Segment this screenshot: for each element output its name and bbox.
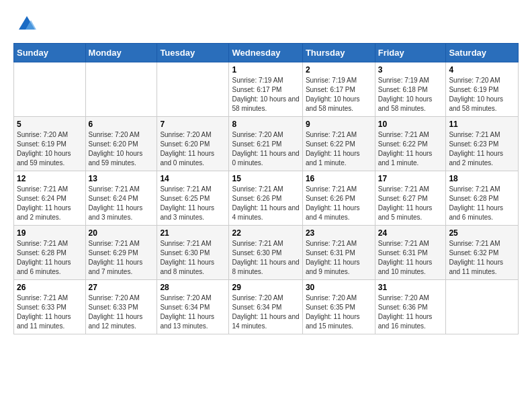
calendar-table: SundayMondayTuesdayWednesdayThursdayFrid… xyxy=(13,43,519,334)
day-cell: 23Sunrise: 7:21 AM Sunset: 6:31 PM Dayli… xyxy=(302,226,375,280)
day-info: Sunrise: 7:21 AM Sunset: 6:31 PM Dayligh… xyxy=(306,239,372,277)
day-cell: 26Sunrise: 7:21 AM Sunset: 6:33 PM Dayli… xyxy=(14,280,86,334)
day-cell: 19Sunrise: 7:21 AM Sunset: 6:28 PM Dayli… xyxy=(14,226,86,280)
day-cell xyxy=(85,62,157,117)
day-number: 10 xyxy=(378,120,443,129)
week-row-5: 26Sunrise: 7:21 AM Sunset: 6:33 PM Dayli… xyxy=(14,280,519,334)
day-number: 6 xyxy=(89,120,154,129)
day-info: Sunrise: 7:21 AM Sunset: 6:25 PM Dayligh… xyxy=(160,185,226,222)
day-info: Sunrise: 7:21 AM Sunset: 6:26 PM Dayligh… xyxy=(306,185,372,222)
header-sunday: Sunday xyxy=(14,44,86,62)
day-number: 18 xyxy=(449,174,515,183)
day-number: 23 xyxy=(306,228,372,238)
day-cell: 15Sunrise: 7:21 AM Sunset: 6:26 PM Dayli… xyxy=(229,171,302,226)
day-cell xyxy=(14,62,86,117)
day-info: Sunrise: 7:19 AM Sunset: 6:17 PM Dayligh… xyxy=(232,76,299,113)
day-cell: 29Sunrise: 7:20 AM Sunset: 6:34 PM Dayli… xyxy=(229,280,302,334)
day-number: 12 xyxy=(17,174,83,183)
day-number: 30 xyxy=(306,283,372,292)
day-number: 28 xyxy=(160,283,226,292)
logo-icon xyxy=(17,15,36,36)
day-cell: 21Sunrise: 7:21 AM Sunset: 6:30 PM Dayli… xyxy=(157,226,229,280)
day-info: Sunrise: 7:21 AM Sunset: 6:32 PM Dayligh… xyxy=(449,239,515,277)
day-number: 21 xyxy=(160,228,226,238)
logo xyxy=(13,13,36,36)
day-number: 29 xyxy=(232,283,299,292)
day-info: Sunrise: 7:21 AM Sunset: 6:22 PM Dayligh… xyxy=(378,130,443,168)
day-number: 26 xyxy=(17,283,83,292)
day-number: 27 xyxy=(89,283,154,292)
header-monday: Monday xyxy=(85,44,157,62)
day-number: 1 xyxy=(232,65,299,75)
week-row-2: 5Sunrise: 7:20 AM Sunset: 6:19 PM Daylig… xyxy=(14,117,519,171)
header-friday: Friday xyxy=(375,44,446,62)
day-cell: 13Sunrise: 7:21 AM Sunset: 6:24 PM Dayli… xyxy=(85,171,157,226)
day-number: 16 xyxy=(306,174,372,183)
week-row-3: 12Sunrise: 7:21 AM Sunset: 6:24 PM Dayli… xyxy=(14,171,519,226)
day-number: 11 xyxy=(449,120,515,129)
day-info: Sunrise: 7:19 AM Sunset: 6:17 PM Dayligh… xyxy=(306,76,372,113)
week-row-4: 19Sunrise: 7:21 AM Sunset: 6:28 PM Dayli… xyxy=(14,226,519,280)
day-cell xyxy=(446,280,519,334)
day-cell: 10Sunrise: 7:21 AM Sunset: 6:22 PM Dayli… xyxy=(375,117,446,171)
header-tuesday: Tuesday xyxy=(157,44,229,62)
day-number: 20 xyxy=(89,228,154,238)
day-cell: 16Sunrise: 7:21 AM Sunset: 6:26 PM Dayli… xyxy=(302,171,375,226)
day-info: Sunrise: 7:20 AM Sunset: 6:35 PM Dayligh… xyxy=(306,293,372,331)
day-cell: 28Sunrise: 7:20 AM Sunset: 6:34 PM Dayli… xyxy=(157,280,229,334)
day-cell xyxy=(157,62,229,117)
day-cell: 1Sunrise: 7:19 AM Sunset: 6:17 PM Daylig… xyxy=(229,62,302,117)
day-cell: 9Sunrise: 7:21 AM Sunset: 6:22 PM Daylig… xyxy=(302,117,375,171)
day-cell: 31Sunrise: 7:20 AM Sunset: 6:36 PM Dayli… xyxy=(375,280,446,334)
day-cell: 2Sunrise: 7:19 AM Sunset: 6:17 PM Daylig… xyxy=(302,62,375,117)
day-number: 2 xyxy=(306,65,372,75)
day-number: 13 xyxy=(89,174,154,183)
day-cell: 17Sunrise: 7:21 AM Sunset: 6:27 PM Dayli… xyxy=(375,171,446,226)
day-info: Sunrise: 7:21 AM Sunset: 6:26 PM Dayligh… xyxy=(232,185,299,222)
day-info: Sunrise: 7:20 AM Sunset: 6:21 PM Dayligh… xyxy=(232,130,299,168)
day-cell: 5Sunrise: 7:20 AM Sunset: 6:19 PM Daylig… xyxy=(14,117,86,171)
day-cell: 14Sunrise: 7:21 AM Sunset: 6:25 PM Dayli… xyxy=(157,171,229,226)
day-info: Sunrise: 7:20 AM Sunset: 6:19 PM Dayligh… xyxy=(17,130,83,168)
day-number: 25 xyxy=(449,228,515,238)
header-thursday: Thursday xyxy=(302,44,375,62)
day-info: Sunrise: 7:20 AM Sunset: 6:34 PM Dayligh… xyxy=(160,293,226,331)
day-number: 9 xyxy=(306,120,372,129)
day-cell: 8Sunrise: 7:20 AM Sunset: 6:21 PM Daylig… xyxy=(229,117,302,171)
day-cell: 22Sunrise: 7:21 AM Sunset: 6:30 PM Dayli… xyxy=(229,226,302,280)
day-number: 8 xyxy=(232,120,299,129)
header-saturday: Saturday xyxy=(446,44,519,62)
day-info: Sunrise: 7:20 AM Sunset: 6:20 PM Dayligh… xyxy=(160,130,226,168)
day-number: 3 xyxy=(378,65,443,75)
day-info: Sunrise: 7:21 AM Sunset: 6:22 PM Dayligh… xyxy=(306,130,372,168)
week-row-1: 1Sunrise: 7:19 AM Sunset: 6:17 PM Daylig… xyxy=(14,62,519,117)
day-info: Sunrise: 7:21 AM Sunset: 6:27 PM Dayligh… xyxy=(378,185,443,222)
day-number: 7 xyxy=(160,120,226,129)
day-info: Sunrise: 7:21 AM Sunset: 6:24 PM Dayligh… xyxy=(89,185,154,222)
day-info: Sunrise: 7:21 AM Sunset: 6:29 PM Dayligh… xyxy=(89,239,154,277)
day-cell: 30Sunrise: 7:20 AM Sunset: 6:35 PM Dayli… xyxy=(302,280,375,334)
day-cell: 20Sunrise: 7:21 AM Sunset: 6:29 PM Dayli… xyxy=(85,226,157,280)
day-cell: 18Sunrise: 7:21 AM Sunset: 6:28 PM Dayli… xyxy=(446,171,519,226)
day-cell: 3Sunrise: 7:19 AM Sunset: 6:18 PM Daylig… xyxy=(375,62,446,117)
day-number: 24 xyxy=(378,228,443,238)
day-number: 15 xyxy=(232,174,299,183)
day-info: Sunrise: 7:21 AM Sunset: 6:31 PM Dayligh… xyxy=(378,239,443,277)
day-info: Sunrise: 7:20 AM Sunset: 6:19 PM Dayligh… xyxy=(449,76,515,113)
day-cell: 25Sunrise: 7:21 AM Sunset: 6:32 PM Dayli… xyxy=(446,226,519,280)
day-number: 5 xyxy=(17,120,83,129)
day-number: 22 xyxy=(232,228,299,238)
day-info: Sunrise: 7:21 AM Sunset: 6:24 PM Dayligh… xyxy=(17,185,83,222)
day-cell: 6Sunrise: 7:20 AM Sunset: 6:20 PM Daylig… xyxy=(85,117,157,171)
day-info: Sunrise: 7:21 AM Sunset: 6:28 PM Dayligh… xyxy=(449,185,515,222)
day-info: Sunrise: 7:21 AM Sunset: 6:30 PM Dayligh… xyxy=(160,239,226,277)
calendar-header-row: SundayMondayTuesdayWednesdayThursdayFrid… xyxy=(14,44,519,62)
day-info: Sunrise: 7:21 AM Sunset: 6:33 PM Dayligh… xyxy=(17,293,83,331)
day-info: Sunrise: 7:20 AM Sunset: 6:20 PM Dayligh… xyxy=(89,130,154,168)
day-number: 14 xyxy=(160,174,226,183)
day-cell: 7Sunrise: 7:20 AM Sunset: 6:20 PM Daylig… xyxy=(157,117,229,171)
day-info: Sunrise: 7:21 AM Sunset: 6:23 PM Dayligh… xyxy=(449,130,515,168)
day-number: 17 xyxy=(378,174,443,183)
day-cell: 27Sunrise: 7:20 AM Sunset: 6:33 PM Dayli… xyxy=(85,280,157,334)
day-cell: 11Sunrise: 7:21 AM Sunset: 6:23 PM Dayli… xyxy=(446,117,519,171)
